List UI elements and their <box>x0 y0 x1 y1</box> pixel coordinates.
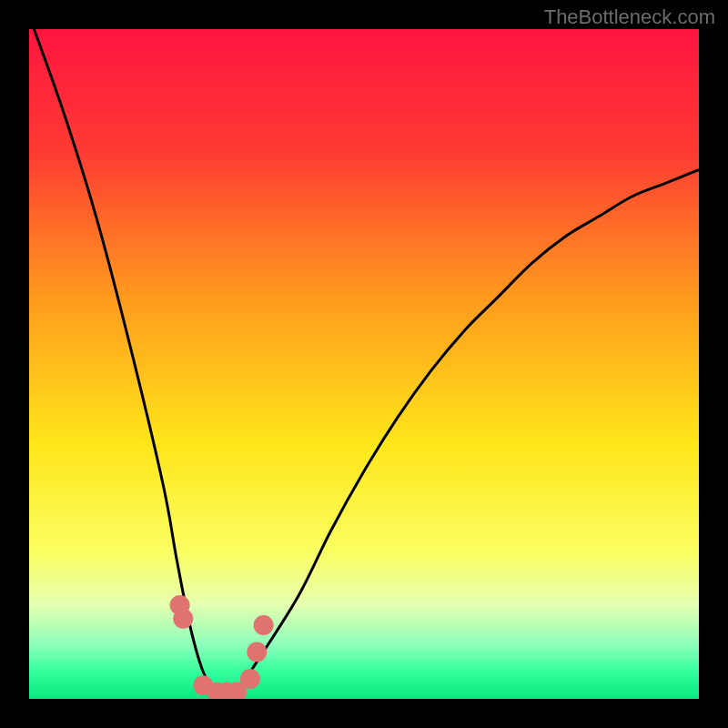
marker-point <box>254 615 274 635</box>
gradient-background <box>29 29 699 699</box>
chart-svg <box>29 29 699 699</box>
marker-point <box>247 642 267 662</box>
chart-plot-area <box>29 29 699 699</box>
marker-point <box>240 669 260 689</box>
watermark-text: TheBottleneck.com <box>544 5 715 29</box>
marker-point <box>173 609 193 629</box>
